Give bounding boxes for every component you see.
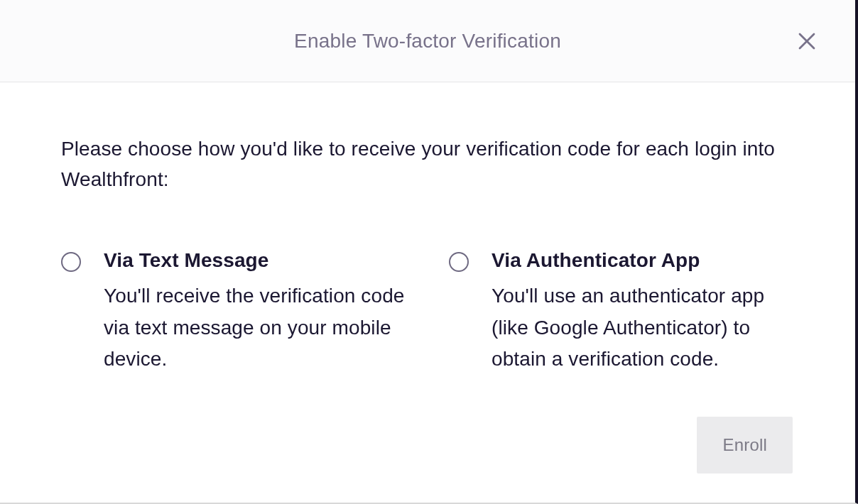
radio-text-message[interactable] [61,252,81,272]
modal-body: Please choose how you'd like to receive … [0,82,855,376]
close-icon [796,31,818,52]
options-container: Via Text Message You'll receive the veri… [61,249,794,376]
option-content: Via Authenticator App You'll use an auth… [492,249,794,376]
enroll-button[interactable]: Enroll [697,417,793,473]
option-desc-text-message: You'll receive the verification code via… [104,280,406,376]
modal-title: Enable Two-factor Verification [294,30,561,53]
option-title-authenticator-app: Via Authenticator App [492,249,794,272]
option-desc-authenticator-app: You'll use an authenticator app (like Go… [492,280,794,376]
close-button[interactable] [793,27,821,55]
option-authenticator-app[interactable]: Via Authenticator App You'll use an auth… [449,249,794,376]
two-factor-modal: Enable Two-factor Verification Please ch… [0,0,858,504]
modal-header: Enable Two-factor Verification [0,0,855,82]
option-text-message[interactable]: Via Text Message You'll receive the veri… [61,249,406,376]
intro-text: Please choose how you'd like to receive … [61,133,794,195]
radio-authenticator-app[interactable] [449,252,469,272]
option-title-text-message: Via Text Message [104,249,406,272]
modal-actions: Enroll [0,417,855,473]
option-content: Via Text Message You'll receive the veri… [104,249,406,376]
